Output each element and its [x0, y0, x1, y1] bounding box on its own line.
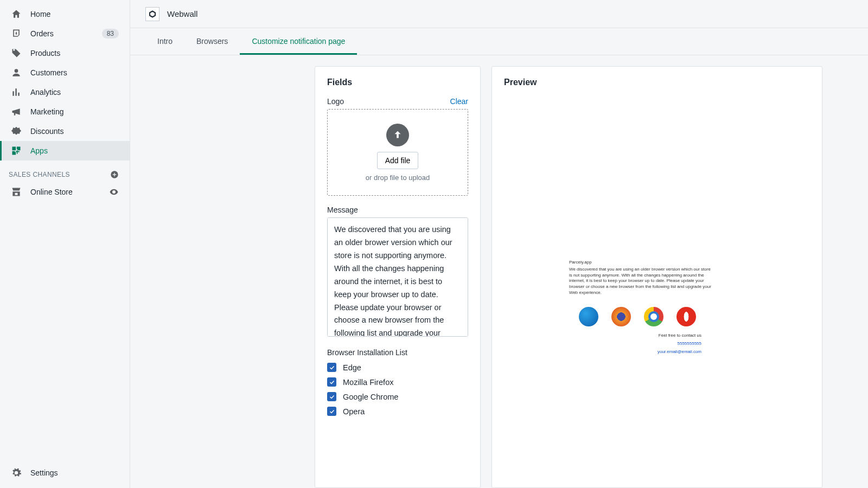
browser-item-edge[interactable]: Edge [327, 360, 468, 375]
sidebar-label-home: Home [30, 10, 119, 18]
preview-message: We discovered that you are using an olde… [569, 267, 713, 296]
upload-icon [386, 124, 409, 146]
browser-label: Edge [343, 363, 361, 372]
edge-icon [579, 307, 598, 326]
topbar: Webwall [130, 0, 868, 28]
main: Webwall Intro Browsers Customize notific… [130, 0, 868, 488]
sales-channels-header: SALES CHANNELS [0, 160, 130, 182]
message-label: Message [327, 206, 468, 214]
sidebar-item-analytics[interactable]: Analytics [0, 82, 130, 102]
discount-icon [11, 126, 22, 137]
person-icon [11, 67, 22, 78]
preview-heading: Preview [504, 78, 810, 87]
sidebar-label-products: Products [30, 49, 119, 57]
preview-contact-label: Feel free to contact us [569, 333, 701, 338]
browser-item-chrome[interactable]: Google Chrome [327, 389, 468, 404]
sidebar-item-settings[interactable]: Settings [0, 463, 130, 488]
checkbox-checked-icon[interactable] [327, 407, 336, 416]
checkbox-checked-icon[interactable] [327, 392, 336, 401]
plus-circle-icon[interactable] [110, 170, 119, 179]
browser-label: Opera [343, 407, 365, 416]
preview-footer: Feel free to contact us 5555555555 your.… [569, 333, 701, 354]
fields-heading: Fields [327, 78, 468, 87]
app-title: Webwall [167, 9, 197, 18]
gear-icon [11, 467, 22, 478]
sidebar-label-customers: Customers [30, 68, 119, 77]
sidebar-item-online-store[interactable]: Online Store [0, 182, 130, 202]
preview-email-link[interactable]: your.email@email.com [569, 349, 701, 354]
checkbox-checked-icon[interactable] [327, 377, 336, 387]
message-textarea[interactable] [327, 217, 468, 337]
sidebar-label-discounts: Discounts [30, 127, 119, 136]
sidebar-item-marketing[interactable]: Marketing [0, 102, 130, 121]
sidebar-item-orders[interactable]: Orders 83 [0, 24, 130, 43]
tabs: Intro Browsers Customize notification pa… [130, 28, 868, 55]
preview-site-name: Parcely.app [569, 260, 713, 266]
tab-customize[interactable]: Customize notification page [240, 28, 357, 55]
sidebar-item-products[interactable]: Products [0, 43, 130, 63]
sidebar-label-settings: Settings [30, 468, 119, 477]
opera-icon [676, 307, 696, 326]
browser-label: Google Chrome [343, 393, 398, 401]
sidebar-label-analytics: Analytics [30, 88, 119, 97]
preview-browser-icons [579, 307, 799, 326]
browser-item-opera[interactable]: Opera [327, 404, 468, 419]
logo-dropzone[interactable]: Add file or drop file to upload [327, 109, 468, 196]
sidebar-label-store: Online Store [30, 188, 109, 196]
clear-link[interactable]: Clear [450, 97, 468, 106]
chrome-icon [644, 307, 663, 326]
tab-intro[interactable]: Intro [145, 28, 184, 55]
preview-body: Parcely.app We discovered that you are u… [504, 97, 810, 477]
store-icon [11, 187, 22, 197]
browser-list-label: Browser Installation List [327, 348, 468, 357]
sales-channels-label: SALES CHANNELS [9, 171, 70, 178]
firefox-icon [611, 307, 631, 326]
tag-icon [11, 48, 22, 59]
sidebar-item-apps[interactable]: Apps [0, 141, 130, 160]
logo-label: Logo [327, 97, 344, 106]
eye-icon[interactable] [109, 187, 119, 197]
preview-card: Preview Parcely.app We discovered that y… [492, 66, 822, 488]
preview-phone-link[interactable]: 5555555555 [569, 341, 701, 346]
bar-chart-icon [11, 87, 22, 98]
sidebar-item-discounts[interactable]: Discounts [0, 121, 130, 141]
drop-hint: or drop file to upload [366, 174, 430, 182]
inbox-icon [11, 28, 22, 39]
add-file-button[interactable]: Add file [377, 152, 419, 169]
fields-card: Fields Logo Clear Add file or drop file … [315, 66, 481, 488]
sidebar-item-customers[interactable]: Customers [0, 63, 130, 82]
megaphone-icon [11, 106, 22, 117]
home-icon [11, 9, 22, 20]
apps-icon [11, 145, 22, 156]
orders-badge: 83 [102, 29, 119, 38]
tab-browsers[interactable]: Browsers [184, 28, 240, 55]
app-icon [145, 7, 159, 21]
browser-item-firefox[interactable]: Mozilla Firefox [327, 375, 468, 389]
sidebar-label-apps: Apps [30, 146, 119, 155]
sidebar: Home Orders 83 Products Customers Analyt… [0, 0, 130, 488]
sidebar-label-marketing: Marketing [30, 107, 119, 116]
checkbox-checked-icon[interactable] [327, 363, 336, 372]
browser-label: Mozilla Firefox [343, 378, 393, 387]
sidebar-item-home[interactable]: Home [0, 4, 130, 24]
sidebar-label-orders: Orders [30, 29, 102, 38]
